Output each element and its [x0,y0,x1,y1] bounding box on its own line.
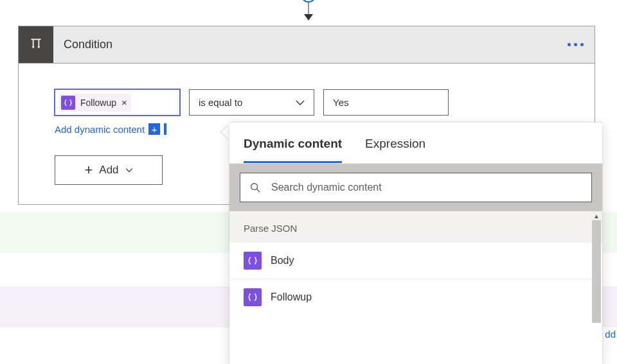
list-item[interactable]: Followup [229,279,602,315]
condition-title: Condition [53,26,556,63]
insert-step-icon[interactable]: + [301,0,316,3]
dynamic-content-list: ▲ Parse JSON Body [229,211,602,364]
group-header-parse-json: Parse JSON [229,211,602,243]
condition-header[interactable]: Condition [19,26,595,64]
flow-arrow: + [302,0,315,26]
add-group-button[interactable]: + Add [55,155,163,185]
list-item-label: Followup [271,291,312,303]
token-chip-followup[interactable]: Followup × [59,94,131,112]
add-dynamic-content-link[interactable]: Add dynamic content [55,124,145,135]
condition-row: Followup × is equal to Yes [55,89,559,116]
chevron-down-icon [296,100,305,106]
search-icon [249,182,261,193]
add-button-label: Add [99,164,118,177]
card-menu-button[interactable] [556,26,595,63]
panel-tabs: Dynamic content Expression [229,123,602,164]
search-input-container[interactable] [240,173,592,202]
add-dynamic-plus-icon[interactable]: + [148,123,160,135]
search-input[interactable] [270,181,582,194]
list-item-label: Body [271,255,294,266]
tab-dynamic-content[interactable]: Dynamic content [244,137,342,163]
token-chip-label: Followup [80,98,116,108]
token-remove-button[interactable]: × [121,97,127,108]
operator-label: is equal to [199,97,242,108]
right-operand-field[interactable]: Yes [323,89,449,116]
list-item[interactable]: Body [229,243,602,279]
tab-expression[interactable]: Expression [365,137,425,163]
plus-icon: + [84,163,93,177]
condition-icon [19,26,53,63]
operator-select[interactable]: is equal to [189,89,314,116]
ellipsis-icon [568,43,584,46]
partial-link-text[interactable]: dd [605,329,616,340]
search-bar-wrap [229,164,602,211]
text-cursor [164,123,166,135]
svg-point-0 [251,184,258,190]
right-operand-value: Yes [333,97,348,108]
chevron-down-icon [125,168,133,173]
json-token-icon [244,252,262,270]
json-token-icon [61,96,75,110]
scrollbar-up-icon[interactable]: ▲ [592,211,601,220]
scrollbar-thumb[interactable] [592,220,601,323]
left-operand-field[interactable]: Followup × [55,89,180,116]
json-token-icon [244,288,262,306]
dynamic-content-panel: Dynamic content Expression ▲ Parse JSON [229,122,602,364]
